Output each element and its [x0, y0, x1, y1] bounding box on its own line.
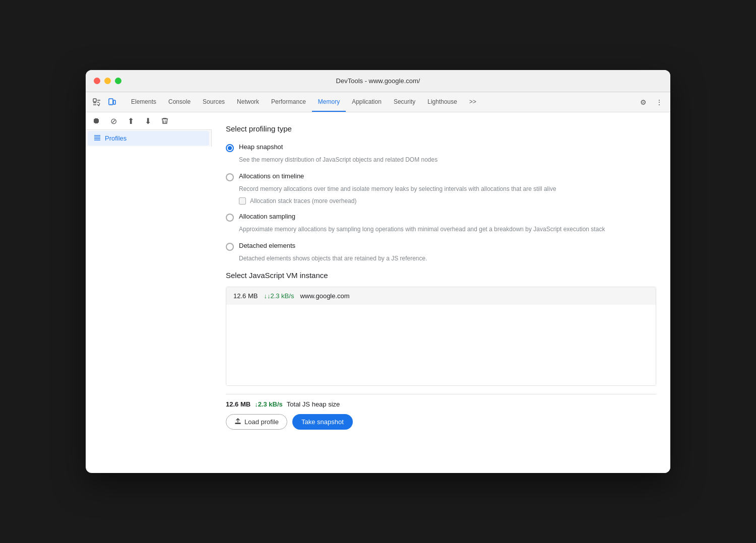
- tab-performance[interactable]: Performance: [265, 92, 312, 112]
- footer-stats: 12.6 MB ↓2.3 kB/s Total JS heap size: [226, 400, 656, 408]
- upload-icon: [234, 418, 241, 426]
- tab-memory[interactable]: Memory: [312, 92, 346, 112]
- record-button[interactable]: ⏺: [90, 114, 103, 127]
- tab-console[interactable]: Console: [162, 92, 197, 112]
- clear-button[interactable]: [158, 114, 171, 127]
- vm-list: 12.6 MB ↓↓2.3 kB/s www.google.com: [226, 287, 656, 386]
- vm-instance-row[interactable]: 12.6 MB ↓↓2.3 kB/s www.google.com: [226, 287, 656, 305]
- svg-rect-2: [113, 100, 115, 104]
- svg-rect-0: [93, 99, 96, 102]
- stop-button[interactable]: ⊘: [107, 114, 120, 127]
- allocations-timeline-desc: Record memory allocations over time and …: [239, 184, 656, 193]
- profiles-label: Profiles: [105, 134, 127, 142]
- load-profile-button[interactable]: Load profile: [226, 414, 287, 430]
- tab-security[interactable]: Security: [388, 92, 421, 112]
- sidebar: Profiles: [86, 130, 212, 147]
- sidebar-item-profiles[interactable]: Profiles: [88, 131, 209, 146]
- allocation-sampling-desc: Approximate memory allocations by sampli…: [239, 225, 656, 234]
- nav-toolbar: Elements Console Sources Network Perform…: [86, 92, 670, 112]
- title-bar: DevTools - www.google.com/: [86, 70, 670, 92]
- detached-elements-desc: Detached elements shows objects that are…: [239, 254, 656, 263]
- take-snapshot-label: Take snapshot: [301, 418, 344, 426]
- settings-button[interactable]: ⚙: [636, 95, 650, 109]
- vm-section-title: Select JavaScript VM instance: [226, 271, 656, 280]
- devtools-left: ⏺ ⊘ ⬆ ⬇ Profiles: [86, 112, 212, 473]
- select-profiling-title: Select profiling type: [226, 124, 656, 133]
- take-snapshot-button[interactable]: Take snapshot: [292, 414, 353, 430]
- allocation-sampling-label: Allocation sampling: [239, 213, 295, 220]
- option-allocations-row: Allocations on timeline: [226, 172, 656, 181]
- heap-snapshot-desc: See the memory distribution of JavaScrip…: [239, 155, 656, 164]
- nav-tabs: Elements Console Sources Network Perform…: [125, 92, 634, 112]
- footer-rate: ↓2.3 kB/s: [255, 400, 283, 408]
- footer-actions: Load profile Take snapshot: [226, 414, 656, 430]
- window-title: DevTools - www.google.com/: [336, 77, 420, 85]
- footer-label: Total JS heap size: [287, 400, 340, 408]
- option-allocations-timeline: Allocations on timeline Record memory al…: [226, 172, 656, 205]
- radio-inner: [228, 146, 232, 150]
- option-heap-snapshot: Heap snapshot See the memory distributio…: [226, 143, 656, 164]
- vm-rate: ↓↓2.3 kB/s: [264, 292, 294, 300]
- sidebar-profiles-section: Profiles: [86, 130, 211, 147]
- allocations-timeline-label: Allocations on timeline: [239, 172, 304, 180]
- option-allocation-sampling: Allocation sampling Approximate memory a…: [226, 213, 656, 234]
- fullscreen-button[interactable]: [115, 78, 121, 84]
- tab-elements[interactable]: Elements: [125, 92, 162, 112]
- checkbox-label: Allocation stack traces (more overhead): [250, 197, 356, 205]
- option-detached-elements: Detached elements Detached elements show…: [226, 242, 656, 263]
- svg-point-3: [110, 103, 111, 104]
- profiles-icon: [94, 134, 101, 143]
- radio-detached-elements[interactable]: [226, 243, 234, 251]
- more-options-button[interactable]: ⋮: [652, 95, 666, 109]
- allocation-stack-traces-checkbox[interactable]: [239, 197, 246, 205]
- footer-bar: 12.6 MB ↓2.3 kB/s Total JS heap size Loa…: [226, 394, 656, 436]
- tab-sources[interactable]: Sources: [197, 92, 231, 112]
- vm-url: www.google.com: [300, 292, 349, 300]
- option-detached-row: Detached elements: [226, 242, 656, 251]
- load-profile-label: Load profile: [244, 418, 279, 426]
- sub-toolbar: ⏺ ⊘ ⬆ ⬇: [86, 112, 212, 130]
- radio-allocation-sampling[interactable]: [226, 214, 234, 222]
- tab-application[interactable]: Application: [346, 92, 388, 112]
- radio-heap-snapshot[interactable]: [226, 144, 234, 152]
- inspect-icon[interactable]: [90, 95, 104, 109]
- traffic-lights: [94, 78, 121, 84]
- vm-memory: 12.6 MB: [233, 292, 258, 300]
- heap-snapshot-label: Heap snapshot: [239, 143, 283, 151]
- nav-end-actions: ⚙ ⋮: [636, 95, 666, 109]
- toolbar-devtools-icons: [90, 95, 119, 109]
- tab-network[interactable]: Network: [231, 92, 265, 112]
- minimize-button[interactable]: [104, 78, 111, 84]
- checkbox-row: Allocation stack traces (more overhead): [239, 197, 656, 205]
- devtools-body: ⏺ ⊘ ⬆ ⬇ Profiles: [86, 112, 670, 473]
- option-sampling-row: Allocation sampling: [226, 213, 656, 222]
- detached-elements-label: Detached elements: [239, 242, 295, 249]
- tab-lighthouse[interactable]: Lighthouse: [421, 92, 463, 112]
- vm-empty-area: [226, 305, 656, 385]
- upload-button[interactable]: ⬆: [124, 114, 137, 127]
- close-button[interactable]: [94, 78, 100, 84]
- main-content: Select profiling type Heap snapshot See …: [212, 112, 670, 473]
- device-toggle-icon[interactable]: [105, 95, 119, 109]
- option-heap-row: Heap snapshot: [226, 143, 656, 152]
- radio-allocations-timeline[interactable]: [226, 173, 234, 181]
- tab-more[interactable]: >>: [463, 92, 482, 112]
- download-button[interactable]: ⬇: [141, 114, 154, 127]
- footer-memory: 12.6 MB: [226, 400, 250, 408]
- devtools-window: DevTools - www.google.com/ Elements Cons…: [86, 70, 670, 473]
